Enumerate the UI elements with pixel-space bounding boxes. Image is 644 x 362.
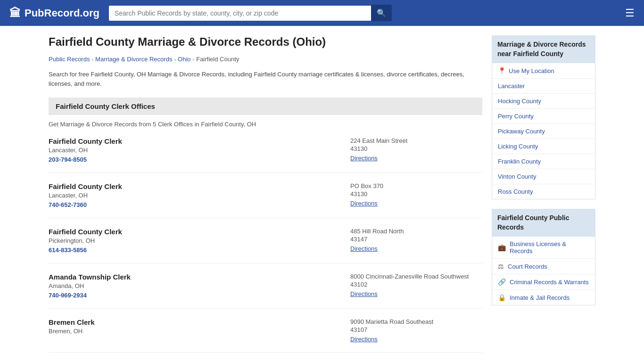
clerk-left-0: Fairfield County Clerk Lancaster, OH 203… [49, 137, 350, 163]
clerk-phone-3: 740-969-2934 [49, 292, 350, 299]
breadcrumb: Public Records › Marriage & Divorce Reco… [49, 56, 482, 63]
clerk-city-state-0: Lancaster, OH [49, 147, 350, 154]
clerk-street-0: 224 East Main Street [350, 137, 482, 144]
clerk-city-state-2: Pickerington, OH [49, 237, 350, 244]
main-container: Fairfield County Marriage & Divorce Reco… [39, 26, 605, 362]
clerk-entry: Fairfield County Clerk Lancaster, OH 740… [49, 182, 482, 218]
clerk-city-state-4: Bremen, OH [49, 328, 350, 335]
nearby-link-2[interactable]: Perry County [498, 113, 534, 120]
nearby-item-2[interactable]: Perry County [492, 109, 595, 124]
clerk-left-3: Amanda Township Clerk Amanda, OH 740-969… [49, 273, 350, 299]
logo-text: PubRecord.org [25, 7, 99, 19]
clerk-left-1: Fairfield County Clerk Lancaster, OH 740… [49, 182, 350, 208]
page-title: Fairfield County Marriage & Divorce Reco… [49, 35, 482, 49]
record-link-0[interactable]: Business Licenses & Records [510, 240, 589, 255]
clerk-street-1: PO Box 370 [350, 182, 482, 189]
nearby-item-4[interactable]: Licking County [492, 139, 595, 154]
clerk-entry: Fairfield County Clerk Lancaster, OH 203… [49, 137, 482, 173]
breadcrumb-marriage-divorce[interactable]: Marriage & Divorce Records [95, 56, 172, 63]
record-icon-1: ⚖ [498, 263, 504, 270]
public-records-list: 💼Business Licenses & Records⚖Court Recor… [492, 237, 595, 305]
clerk-name-3: Amanda Township Clerk [49, 273, 350, 281]
record-link-2[interactable]: Criminal Records & Warrants [510, 279, 589, 286]
nearby-link-7[interactable]: Ross County [498, 188, 533, 195]
clerk-section-heading: Fairfield County Clerk Offices [49, 98, 482, 115]
clerk-phone-1: 740-652-7360 [49, 201, 350, 208]
clerk-entry: Amanda Township Clerk Amanda, OH 740-969… [49, 273, 482, 309]
clerk-phone-0: 203-794-8505 [49, 156, 350, 163]
nearby-link-3[interactable]: Pickaway County [498, 128, 545, 135]
clerk-name-1: Fairfield County Clerk [49, 182, 350, 190]
directions-link-1[interactable]: Directions [350, 200, 378, 207]
clerk-name-4: Bremen Clerk [49, 318, 350, 326]
record-icon-2: 🔗 [498, 278, 506, 286]
clerk-city-state-3: Amanda, OH [49, 282, 350, 289]
nearby-link-4[interactable]: Licking County [498, 143, 538, 150]
search-icon: 🔍 [377, 9, 386, 17]
record-link-1[interactable]: Court Records [508, 263, 547, 270]
nearby-header: Marriage & Divorce Records near Fairfiel… [492, 35, 595, 63]
clerk-street-3: 8000 Cincinnati-Zanesville Road Southwes… [350, 273, 482, 280]
menu-button[interactable]: ☰ [625, 7, 635, 19]
search-button[interactable]: 🔍 [371, 5, 392, 21]
site-header: 🏛 PubRecord.org 🔍 ☰ [0, 0, 644, 26]
clerk-entry: Bremen Clerk Bremen, OH 9090 Marietta Ro… [49, 318, 482, 353]
nearby-link-1[interactable]: Hocking County [498, 98, 541, 105]
directions-link-2[interactable]: Directions [350, 245, 378, 252]
record-icon-3: 🔒 [498, 294, 506, 301]
breadcrumb-current: Fairfield County [196, 56, 239, 63]
use-location-link[interactable]: Use My Location [509, 67, 554, 74]
breadcrumb-sep-2: › [174, 57, 176, 62]
public-record-item-1[interactable]: ⚖Court Records [492, 259, 595, 274]
nearby-item-1[interactable]: Hocking County [492, 94, 595, 109]
clerk-entry: Fairfield County Clerk Pickerington, OH … [49, 228, 482, 263]
clerk-section-subtext: Get Marriage & Divorce Records from 5 Cl… [49, 121, 482, 128]
record-link-3[interactable]: Inmate & Jail Records [510, 294, 570, 301]
nearby-item-7[interactable]: Ross County [492, 184, 595, 199]
clerk-zip-0: 43130 [350, 145, 482, 152]
breadcrumb-public-records[interactable]: Public Records [49, 56, 90, 63]
nearby-list: 📍 Use My Location LancasterHocking Count… [492, 63, 595, 199]
menu-icon: ☰ [625, 7, 635, 19]
clerk-zip-4: 43107 [350, 326, 482, 333]
sidebar: Marriage & Divorce Records near Fairfiel… [492, 35, 595, 362]
directions-link-3[interactable]: Directions [350, 290, 378, 297]
clerk-right-4: 9090 Marietta Road Southeast 43107 Direc… [350, 318, 482, 343]
public-records-header: Fairfield County Public Records [492, 209, 595, 237]
nearby-item-5[interactable]: Franklin County [492, 154, 595, 169]
directions-link-4[interactable]: Directions [350, 336, 378, 343]
logo-icon: 🏛 [9, 7, 21, 20]
clerk-zip-1: 43130 [350, 190, 482, 197]
nearby-item-0[interactable]: Lancaster [492, 79, 595, 94]
clerk-city-state-1: Lancaster, OH [49, 192, 350, 199]
public-record-item-3[interactable]: 🔒Inmate & Jail Records [492, 290, 595, 305]
nearby-item-6[interactable]: Vinton County [492, 169, 595, 184]
record-icon-0: 💼 [498, 244, 506, 251]
clerk-right-1: PO Box 370 43130 Directions [350, 182, 482, 208]
breadcrumb-sep-1: › [91, 57, 93, 62]
nearby-location-items: LancasterHocking CountyPerry CountyPicka… [492, 79, 595, 199]
nearby-link-5[interactable]: Franklin County [498, 158, 541, 165]
clerk-zip-3: 43102 [350, 281, 482, 288]
public-record-item-2[interactable]: 🔗Criminal Records & Warrants [492, 274, 595, 290]
site-logo[interactable]: 🏛 PubRecord.org [9, 7, 99, 20]
clerk-left-2: Fairfield County Clerk Pickerington, OH … [49, 228, 350, 254]
clerk-street-2: 485 Hill Road North [350, 228, 482, 235]
location-icon: 📍 [498, 67, 506, 74]
directions-link-0[interactable]: Directions [350, 155, 378, 162]
nearby-link-0[interactable]: Lancaster [498, 82, 525, 90]
nearby-link-6[interactable]: Vinton County [498, 173, 536, 180]
nearby-item-3[interactable]: Pickaway County [492, 124, 595, 139]
clerk-phone-2: 614-833-5856 [49, 247, 350, 254]
breadcrumb-ohio[interactable]: Ohio [178, 56, 190, 63]
clerk-right-0: 224 East Main Street 43130 Directions [350, 137, 482, 163]
clerk-right-3: 8000 Cincinnati-Zanesville Road Southwes… [350, 273, 482, 299]
search-input[interactable] [109, 6, 371, 21]
search-container: 🔍 [109, 5, 392, 21]
public-record-item-0[interactable]: 💼Business Licenses & Records [492, 237, 595, 259]
breadcrumb-sep-3: › [193, 57, 195, 62]
page-description: Search for free Fairfield County, OH Mar… [49, 70, 482, 88]
use-location-item[interactable]: 📍 Use My Location [492, 63, 595, 79]
clerk-left-4: Bremen Clerk Bremen, OH [49, 318, 350, 343]
clerk-right-2: 485 Hill Road North 43147 Directions [350, 228, 482, 254]
